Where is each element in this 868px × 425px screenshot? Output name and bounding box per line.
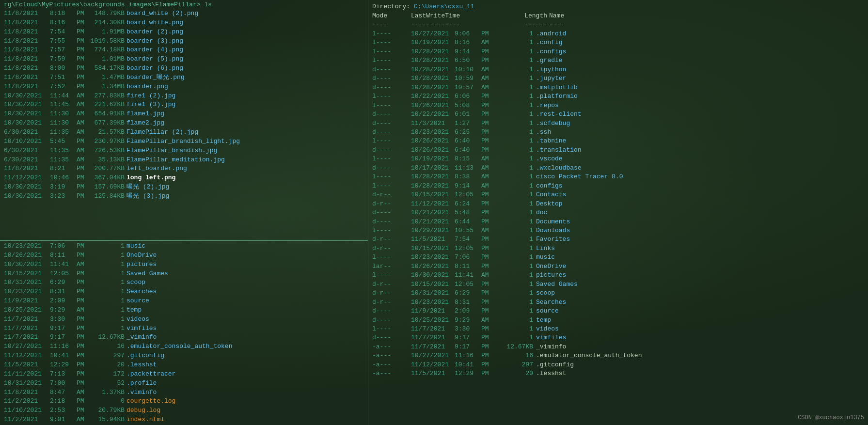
list-item: 10/23/20217:06PM1music — [4, 242, 364, 251]
r-time: 6:44 — [455, 218, 481, 226]
r-time: 6:01 — [455, 110, 481, 119]
r-time: 8:16 — [455, 38, 481, 47]
r-ampm: AM — [481, 74, 495, 83]
file-ampm: PM — [77, 55, 90, 64]
r-ampm: AM — [481, 173, 495, 181]
r-date: 11/9/2021 — [411, 307, 455, 315]
file-time: 2:18 — [50, 397, 77, 406]
r-date: 10/17/2021 — [411, 164, 455, 173]
left-bottom-section[interactable]: 10/23/20217:06PM1music10/26/20218:11PM1O… — [0, 241, 368, 425]
file-ampm: PM — [77, 361, 90, 370]
r-name: Searches — [536, 298, 864, 307]
file-ampm: PM — [77, 18, 90, 28]
file-name: long_left.png — [126, 173, 364, 183]
file-size: 0 — [90, 397, 126, 406]
file-name: FlamePillar_meditation.jpg — [126, 156, 364, 165]
r-name: vimfiles — [536, 333, 864, 342]
file-ampm: PM — [77, 370, 90, 379]
r-time: 6:29 — [455, 289, 481, 298]
file-ampm: PM — [77, 351, 90, 361]
list-item: 11/8/20218:21PM200.77KBleft_boarder.png — [4, 164, 364, 173]
list-item: 10/25/20219:29AM1temp — [4, 306, 364, 315]
r-mode: d---- — [372, 316, 411, 325]
file-size: 20 — [90, 361, 126, 370]
left-panel: rg\Ecloud\MyPictures\backgrounds_images\… — [0, 0, 368, 425]
list-item: 11/7/20219:17PM12.67KB_viminfo — [4, 333, 364, 342]
file-time: 7:52 — [50, 82, 77, 92]
r-mode: d-r-- — [372, 200, 411, 208]
file-date: 11/8/2021 — [4, 46, 50, 55]
r-mode: l---- — [372, 253, 411, 262]
file-ampm: PM — [77, 324, 90, 333]
r-mode: l---- — [372, 271, 411, 280]
r-name: .ssh — [536, 128, 864, 137]
file-name: _viminfo — [126, 333, 364, 342]
r-name: .jupyter — [536, 74, 864, 83]
list-item: 11/12/202110:41PM297.gitconfig — [4, 351, 364, 361]
r-ampm: PM — [481, 351, 495, 360]
list-item: 11/8/20217:52PM1.34MBboarder.png — [4, 82, 364, 92]
r-time: 9:17 — [455, 333, 481, 342]
r-name: .vscode — [536, 155, 864, 163]
r-time: 6:40 — [455, 137, 481, 145]
file-date: 10/30/2021 — [4, 119, 50, 128]
file-date: 6/30/2021 — [4, 128, 50, 137]
name-sep: ---- — [549, 20, 864, 28]
list-item: 11/8/20217:57PM774.18KBboarder (4).png — [4, 46, 364, 55]
file-date: 11/8/2021 — [4, 64, 50, 73]
table-row: l----10/28/20219:14AM1configs — [372, 182, 864, 190]
r-ampm: PM — [481, 289, 495, 298]
file-date: 10/31/2021 — [4, 278, 50, 287]
r-date: 10/19/2021 — [411, 155, 455, 163]
file-size: 1.47MB — [90, 73, 126, 82]
table-row: lar--10/26/20218:11PM1OneDrive — [372, 262, 864, 271]
left-bottom-file-list: 10/23/20217:06PM1music10/26/20218:11PM1O… — [4, 242, 364, 425]
file-name: FlamePillar_brandish_light.jpg — [126, 137, 364, 146]
file-ampm: PM — [77, 379, 90, 388]
file-size: 1 — [90, 260, 126, 269]
list-item: 6/30/202111:35AM21.57KBFlamePillar (2).j… — [4, 128, 364, 137]
list-item: 10/26/20218:11PM1OneDrive — [4, 251, 364, 260]
file-date: 6/30/2021 — [4, 156, 50, 165]
r-time: 8:15 — [455, 155, 481, 163]
list-item: 11/8/20218:18PM148.79KBboard_white (2).p… — [4, 9, 364, 18]
r-date: 10/15/2021 — [411, 280, 455, 289]
file-time: 7:51 — [50, 73, 77, 82]
r-date: 10/26/2021 — [411, 137, 455, 145]
list-item: 11/8/20218:47AM1.37KB.viminfo — [4, 388, 364, 397]
file-size: 367.04KB — [90, 173, 126, 183]
r-time: 6:25 — [455, 128, 481, 137]
r-ampm: PM — [481, 56, 495, 65]
file-ampm: PM — [77, 64, 90, 73]
r-mode: l---- — [372, 182, 411, 190]
file-ampm: PM — [77, 28, 90, 37]
file-size: 20.79KB — [90, 406, 126, 415]
file-size: 726.53KB — [90, 146, 126, 156]
r-ampm: AM — [481, 271, 495, 280]
file-date: 10/30/2021 — [4, 110, 50, 119]
r-ampm: PM — [481, 244, 495, 253]
left-top-section[interactable]: rg\Ecloud\MyPictures\backgrounds_images\… — [0, 0, 368, 241]
r-date: 11/7/2021 — [411, 343, 455, 351]
r-time: 7:06 — [455, 253, 481, 262]
file-size: 1.91MB — [90, 28, 126, 37]
file-name: .packettracer — [126, 370, 364, 379]
file-date: 10/30/2021 — [4, 260, 50, 269]
r-ampm: PM — [481, 101, 495, 110]
file-ampm: PM — [77, 9, 90, 18]
r-len: 1 — [495, 92, 536, 101]
file-size: 1.37KB — [90, 388, 126, 397]
table-row: l----11/7/20213:30PM1videos — [372, 325, 864, 333]
file-date: 11/7/2021 — [4, 333, 50, 342]
file-time: 11:45 — [50, 100, 77, 110]
right-panel[interactable]: Directory: C:\Users\cxxu_11 Mode LastWri… — [368, 0, 868, 425]
list-item: 10/30/202111:41AM1pictures — [4, 260, 364, 269]
file-ampm: PM — [77, 37, 90, 46]
r-mode: d---- — [372, 218, 411, 226]
r-name: Saved Games — [536, 280, 864, 289]
file-ampm: PM — [77, 137, 90, 146]
file-ampm: PM — [77, 278, 90, 287]
lwt-sep: ------------- — [411, 20, 508, 28]
r-ampm: AM — [481, 164, 495, 173]
r-name: doc — [536, 208, 864, 217]
